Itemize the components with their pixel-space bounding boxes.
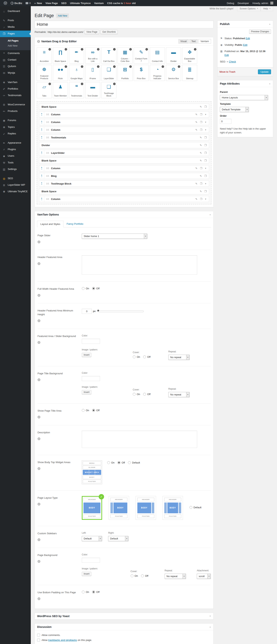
info-badge[interactable]: i xyxy=(65,48,67,50)
edit-icon[interactable]: ✎ xyxy=(195,113,198,116)
edit-icon[interactable]: ✎ xyxy=(200,159,202,162)
preview-changes-button[interactable]: Preview Changes xyxy=(249,30,271,34)
layout-option-both-sidebars[interactable]: HEADER BODY FOOTER xyxy=(163,496,183,520)
drag-handle-icon[interactable]: +− xyxy=(39,112,44,117)
collapse-toggle-icon[interactable]: ▲ xyxy=(269,23,271,25)
vamtam-menu[interactable]: Vamtam xyxy=(92,2,105,4)
sidebar-item-portfolios[interactable]: ✐Portfolios xyxy=(0,86,31,92)
sidebar-item-pages[interactable]: ❐Pages xyxy=(0,30,31,37)
info-badge[interactable]: i xyxy=(113,65,116,68)
layout-option-right-sidebar[interactable]: HEADER BODY FOOTER xyxy=(136,496,156,520)
radio-on[interactable] xyxy=(133,393,136,396)
min-height-input[interactable] xyxy=(82,309,92,314)
copy-icon[interactable]: ❐ xyxy=(200,121,202,124)
radio-on[interactable] xyxy=(82,409,85,412)
my-account-menu[interactable]: Howdy, admin xyxy=(251,2,275,4)
copy-icon[interactable]: ❐ xyxy=(204,136,207,139)
sidebar-item-topics[interactable]: ❋Topics xyxy=(0,124,31,130)
editor-row-column[interactable]: +−1/1Column✎❐▼ xyxy=(39,165,209,171)
sidebar-item-plugins[interactable]: ⚡Plugins xyxy=(0,146,31,153)
layout-option-full-width[interactable]: ✓ HEADER BODY FOOTER xyxy=(82,496,102,520)
shelf-item-portfolio[interactable]: ⊞iPortfolio xyxy=(118,65,133,81)
radio-off[interactable] xyxy=(143,356,146,358)
new-menu[interactable]: +New xyxy=(33,2,44,5)
info-icon[interactable]: i xyxy=(38,341,40,344)
tab-fancy-portfolio[interactable]: Fancy Portfolio xyxy=(64,221,86,227)
info-icon[interactable]: i xyxy=(38,437,40,440)
shelf-item-google-maps[interactable]: ♁iGoogle Maps xyxy=(69,65,84,81)
radio-on[interactable] xyxy=(82,590,85,594)
radio-default[interactable] xyxy=(128,461,131,464)
info-icon[interactable]: i xyxy=(38,319,40,322)
copy-icon[interactable]: ❐ xyxy=(204,190,207,193)
sidebar-item-users[interactable]: ☻Users xyxy=(0,153,31,159)
tab-text[interactable]: Text xyxy=(189,39,198,44)
drag-handle-icon[interactable]: +− xyxy=(39,173,44,179)
edit-icon[interactable]: ✎ xyxy=(200,144,202,147)
help-tab[interactable]: Help▼ xyxy=(261,6,273,11)
info-badge[interactable]: i xyxy=(194,48,196,50)
slider-handle[interactable] xyxy=(97,310,99,312)
info-badge[interactable]: i xyxy=(65,65,67,68)
sidebar-item-testimonials[interactable]: ✑Testimonials xyxy=(0,92,31,99)
edit-icon[interactable]: ✎ xyxy=(195,198,198,200)
edit-status-link[interactable]: Edit xyxy=(246,37,250,40)
edit-icon[interactable]: ✎ xyxy=(200,136,202,139)
drag-handle-icon[interactable]: +− xyxy=(39,119,44,125)
css-cache-notice[interactable]: CSS cache is 1 hour old xyxy=(105,2,137,4)
radio-default[interactable] xyxy=(189,506,192,509)
shelf-item-expandable-box[interactable]: ✥iExpandable Box xyxy=(182,48,197,64)
radio-off[interactable] xyxy=(92,409,95,412)
sidebar-item-settings[interactable]: ▥Settings xyxy=(0,166,31,173)
shelf-item-featured-products[interactable]: ☸Featured Products xyxy=(37,65,52,81)
repeat-select[interactable]: No repeat▼ xyxy=(168,355,189,360)
wordpress-menu[interactable]: W xyxy=(2,1,9,5)
chevron-down-icon[interactable]: ▼ xyxy=(205,121,207,123)
edit-visibility-link[interactable]: Edit xyxy=(243,44,247,46)
info-icon[interactable]: i xyxy=(38,262,40,265)
editor-row-column[interactable]: +−1/1Column✎❐▼ xyxy=(39,127,209,133)
sidebar-item-forums[interactable]: ◉Forums xyxy=(0,117,31,124)
info-icon[interactable]: i xyxy=(38,240,40,243)
sidebar-item-products[interactable]: ✏Products xyxy=(0,108,31,114)
radio-on[interactable] xyxy=(131,574,134,577)
radio-on[interactable] xyxy=(133,356,136,358)
radio-on[interactable] xyxy=(107,461,110,464)
copy-icon[interactable]: ❐ xyxy=(200,113,202,116)
collapse-toggle-icon[interactable]: ▲ xyxy=(209,626,211,628)
featured-bg-color-input[interactable] xyxy=(82,339,100,344)
shelf-item-blank-space[interactable]: ∏iBlank Space xyxy=(53,48,68,64)
radio-off[interactable] xyxy=(92,287,95,290)
expand-toggle-icon[interactable]: ▼ xyxy=(209,615,211,617)
allow-comments-checkbox[interactable] xyxy=(37,634,40,636)
comments-menu[interactable]: 0 xyxy=(24,2,32,4)
info-icon[interactable]: i xyxy=(38,378,40,381)
insert-image-button[interactable]: Insert xyxy=(82,572,91,576)
sidebar-item-seo[interactable]: ◍SEO xyxy=(0,175,31,182)
shelf-item-tabs[interactable]: ▱iTabs xyxy=(37,82,52,98)
editor-row-layerslider[interactable]: +−1/1LayerSlider✎❐ xyxy=(39,150,209,156)
editor-row-blank-space[interactable]: Blank Space✎❐ xyxy=(39,104,209,110)
info-icon[interactable]: i xyxy=(38,416,40,418)
sidebar-item-wysija[interactable]: ✉Wysija xyxy=(0,70,31,76)
shelf-item-text-divider[interactable]: ▬Text Divider xyxy=(85,82,100,98)
tab-layout-and-styles[interactable]: Layout and Styles xyxy=(37,221,64,228)
left-sidebar-select[interactable]: Default▼ xyxy=(82,536,102,541)
editor-row-divider[interactable]: Divider✎❐ xyxy=(39,142,209,148)
allow-trackbacks-checkbox[interactable] xyxy=(37,638,40,642)
page-slider-select[interactable]: Slider home 1 ▼ xyxy=(82,234,147,239)
sidebar-item-vamtam[interactable]: ❖VamTam xyxy=(0,79,31,86)
get-shortlink-button[interactable]: Get Shortlink xyxy=(100,30,118,34)
editor-row-testimonials[interactable]: +−1/1Testimonials✎❐ xyxy=(39,134,209,140)
ultimate-tinymce-menu[interactable]: Ultimate Tinymce xyxy=(68,2,92,4)
sidebar-item-dashboard[interactable]: ⌂Dashboard xyxy=(0,8,31,14)
edit-published-link[interactable]: Edit xyxy=(224,54,229,56)
sidebar-item-comments[interactable]: ❝Comments xyxy=(0,50,31,57)
info-badge[interactable]: i xyxy=(129,48,132,50)
description-textarea[interactable] xyxy=(82,430,197,448)
edit-icon[interactable]: ✎ xyxy=(195,182,198,185)
editor-row-column[interactable]: +−1/1Column✎❐▼ xyxy=(39,111,209,118)
info-badge[interactable]: i xyxy=(113,48,116,50)
shelf-item-column-color-box[interactable]: ▦iColumn - Color Box xyxy=(118,48,133,64)
chevron-down-icon[interactable]: ▼ xyxy=(205,198,207,200)
